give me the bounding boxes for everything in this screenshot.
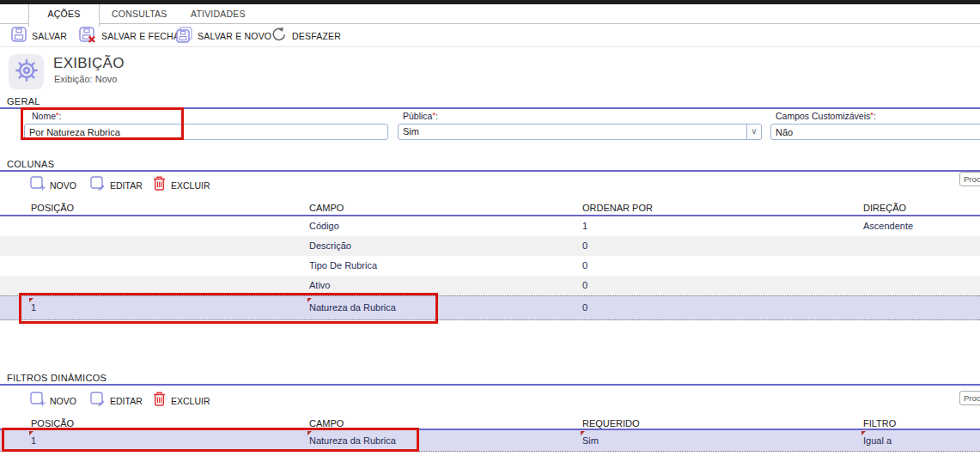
salvar-e-fechar-label: SALVAR E FECHAR — [101, 31, 186, 41]
save-close-icon — [79, 27, 96, 46]
trash-icon — [152, 175, 167, 195]
colunas-header-campo[interactable]: CAMPO — [309, 200, 344, 216]
section-divider-filtros — [0, 384, 980, 386]
colunas-editar-button[interactable]: EDITAR — [90, 176, 143, 195]
filtros-editar-label: EDITAR — [110, 396, 143, 406]
colunas-editar-label: EDITAR — [110, 180, 143, 191]
salvar-e-fechar-button[interactable]: SALVAR E FECHAR — [79, 27, 186, 45]
actions-toolbar: SALVAR SALVAR E FECHAR — [0, 24, 980, 47]
colunas-header-ordenar-por[interactable]: ORDENAR POR — [582, 200, 653, 216]
page-subtitle: Exibição: Novo — [54, 74, 117, 84]
salvar-e-novo-button[interactable]: SALVAR E NOVO — [176, 27, 271, 45]
colunas-excluir-label: EXCLUIR — [171, 180, 210, 191]
desfazer-button[interactable]: DESFAZER — [271, 27, 341, 45]
undo-icon — [271, 27, 287, 46]
filtros-search-input[interactable]: Proc — [959, 391, 980, 405]
colunas-table-header: POSIÇÃO CAMPO ORDENAR POR DIREÇÃO — [0, 200, 980, 216]
campos-customizaveis-input[interactable] — [770, 124, 980, 140]
publica-field-label: Pública*: — [403, 111, 438, 121]
section-label-colunas: COLUNAS — [7, 159, 54, 169]
new-record-icon — [30, 176, 46, 195]
page-title: EXIBIÇÃO — [53, 55, 125, 72]
salvar-label: SALVAR — [32, 31, 67, 41]
section-label-filtros-dinamicos: FILTROS DINÂMICOS — [7, 373, 107, 383]
page-icon-container — [9, 54, 44, 89]
colunas-excluir-button[interactable]: EXCLUIR — [152, 175, 210, 195]
section-label-geral: GERAL — [7, 96, 40, 106]
table-row[interactable]: Código 1Ascendente — [0, 216, 980, 236]
filtros-novo-label: NOVO — [50, 396, 76, 406]
salvar-e-novo-label: SALVAR E NOVO — [198, 31, 271, 41]
filtros-novo-button[interactable]: NOVO — [30, 392, 76, 410]
table-row-selected[interactable]: 1 Natureza da Rubrica Sim Igual a — [0, 430, 980, 452]
gear-icon — [14, 58, 40, 87]
chevron-down-icon[interactable]: ∨ — [746, 125, 761, 139]
campos-customizaveis-field-label: Campos Customizáveis*: — [776, 111, 876, 121]
save-new-icon — [176, 27, 192, 46]
tab-acoes[interactable]: AÇÕES — [28, 4, 100, 27]
colunas-header-direcao[interactable]: DIREÇÃO — [863, 200, 906, 216]
publica-select[interactable]: Sim ∨ — [398, 124, 762, 140]
salvar-button[interactable]: SALVAR — [11, 27, 67, 45]
colunas-search-input[interactable]: Proc — [959, 172, 980, 186]
table-row[interactable]: Tipo De Rubrica 0 — [0, 256, 980, 276]
new-record-icon — [30, 392, 46, 410]
exibicao-editor-window: AÇÕES CONSULTAS ATIVIDADES SALVAR — [0, 0, 980, 456]
tab-atividades[interactable]: ATIVIDADES — [191, 4, 246, 24]
save-icon — [11, 27, 27, 46]
ribbon-tabstrip: AÇÕES CONSULTAS ATIVIDADES — [0, 4, 980, 24]
table-row[interactable]: Ativo 0 — [0, 276, 980, 295]
edit-pencil-icon — [90, 176, 106, 195]
trash-icon — [152, 391, 167, 410]
filtros-editar-button[interactable]: EDITAR — [90, 392, 143, 410]
edit-pencil-icon — [90, 392, 106, 410]
nome-input[interactable] — [24, 124, 388, 140]
colunas-novo-button[interactable]: NOVO — [30, 176, 76, 195]
section-divider-colunas — [0, 170, 980, 172]
table-row[interactable]: Descrição 0 — [0, 236, 980, 256]
filtros-excluir-button[interactable]: EXCLUIR — [152, 391, 210, 410]
filtros-excluir-label: EXCLUIR — [171, 396, 210, 406]
colunas-novo-label: NOVO — [50, 180, 76, 191]
tab-consultas[interactable]: CONSULTAS — [112, 4, 167, 24]
publica-selected-value: Sim — [403, 125, 419, 139]
section-divider-geral — [0, 107, 980, 109]
desfazer-label: DESFAZER — [292, 31, 341, 41]
colunas-header-posicao[interactable]: POSIÇÃO — [31, 200, 74, 216]
nome-field-label: Nome*: — [32, 111, 61, 121]
table-row-selected[interactable]: 1 Natureza da Rubrica 0 — [0, 295, 980, 320]
